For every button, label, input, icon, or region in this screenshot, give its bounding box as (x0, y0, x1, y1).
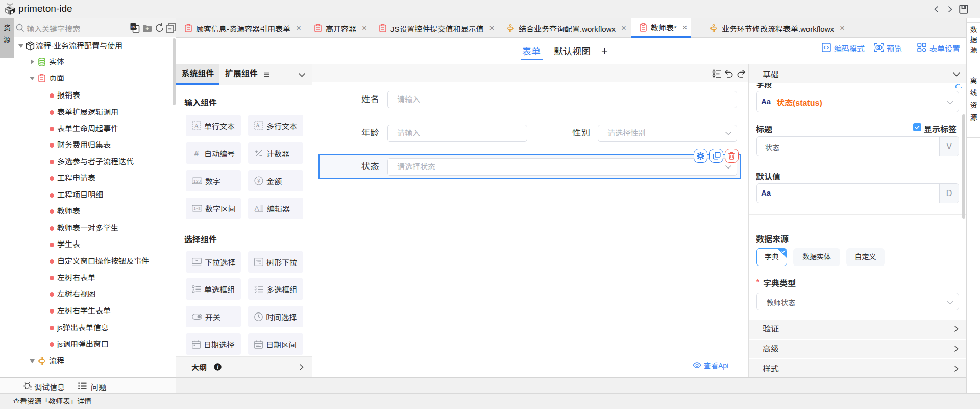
svg-text:in: in (131, 25, 135, 29)
svg-text:#: # (194, 149, 199, 158)
svg-text:¥: ¥ (257, 177, 260, 184)
svg-text:A: A (254, 205, 259, 212)
svg-text:i: i (217, 364, 218, 370)
svg-text:1~3: 1~3 (193, 206, 201, 211)
svg-text:A: A (194, 122, 199, 130)
svg-text:A: A (256, 123, 260, 128)
svg-text:123: 123 (193, 179, 201, 184)
